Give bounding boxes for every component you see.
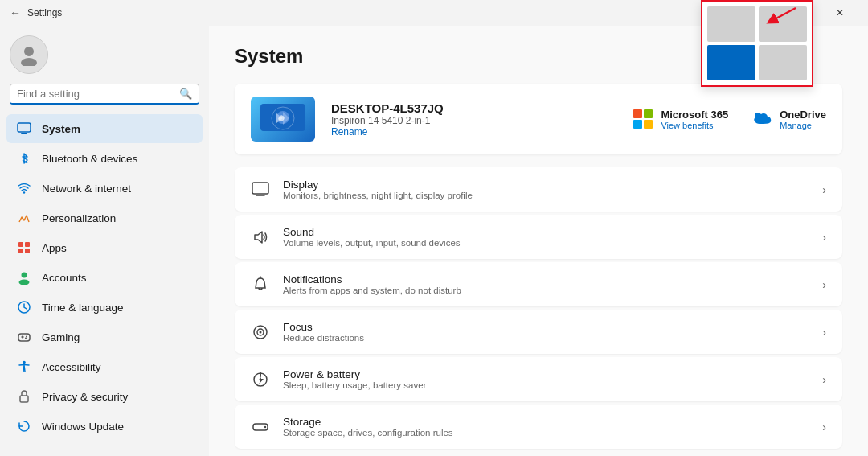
sidebar-item-accounts-label: Accounts: [42, 272, 87, 284]
notifications-chevron: ›: [822, 278, 826, 291]
sound-desc: Volume levels, output, input, sound devi…: [283, 238, 809, 248]
power-icon: [251, 370, 270, 389]
rename-link[interactable]: Rename: [331, 126, 616, 138]
close-button[interactable]: ✕: [821, 0, 858, 26]
notifications-desc: Alerts from apps and system, do not dist…: [283, 286, 809, 295]
svg-point-11: [19, 280, 30, 286]
storage-desc: Storage space, drives, configuration rul…: [283, 428, 809, 438]
titlebar-title: Settings: [27, 7, 62, 18]
microsoft365-name: Microsoft 365: [661, 109, 728, 121]
sidebar-item-gaming-label: Gaming: [42, 331, 80, 343]
sidebar-item-privacy-label: Privacy & security: [42, 391, 128, 403]
personalization-icon: [16, 210, 32, 226]
onedrive-service[interactable]: OneDrive Manage: [751, 108, 826, 130]
storage-text: Storage Storage space, drives, configura…: [283, 416, 809, 438]
sound-text: Sound Volume levels, output, input, soun…: [283, 226, 809, 248]
sidebar-item-accessibility-label: Accessibility: [42, 361, 101, 373]
bluetooth-icon: [16, 150, 32, 166]
svg-point-2: [21, 58, 37, 66]
svg-rect-6: [18, 242, 23, 247]
sidebar-item-system-label: System: [42, 123, 80, 135]
main-area: 🔍 System Bluetooth & devices: [0, 26, 868, 456]
device-services: Microsoft 365 View benefits OneDrive: [632, 108, 826, 130]
time-icon: [16, 299, 32, 315]
svg-rect-8: [18, 249, 23, 253]
sidebar-item-personalization[interactable]: Personalization: [6, 203, 203, 232]
settings-item-power[interactable]: Power & battery Sleep, battery usage, ba…: [235, 357, 842, 401]
device-model: Inspiron 14 5410 2-in-1: [331, 115, 616, 126]
focus-desc: Reduce distractions: [283, 333, 809, 343]
avatar[interactable]: [10, 35, 48, 74]
snap-cell-4[interactable]: [759, 45, 807, 80]
search-input[interactable]: [17, 88, 174, 100]
svg-point-28: [264, 425, 266, 427]
settings-item-storage[interactable]: Storage Storage space, drives, configura…: [235, 405, 842, 449]
svg-rect-3: [18, 123, 31, 132]
device-name: DESKTOP-4L537JQ: [331, 101, 616, 115]
snap-cell-2[interactable]: [759, 6, 807, 42]
sidebar-item-accounts[interactable]: Accounts: [6, 263, 203, 292]
apps-icon: [16, 240, 32, 256]
sidebar-item-system[interactable]: System: [6, 114, 203, 143]
search-icon: 🔍: [179, 88, 192, 100]
titlebar-left: ← Settings: [10, 6, 62, 19]
content-area: System DESKTOP-4L537JQ Inspiron 14 5410 …: [209, 26, 868, 456]
power-text: Power & battery Sleep, battery usage, ba…: [283, 368, 809, 390]
sidebar-item-update[interactable]: Windows Update: [6, 412, 203, 441]
sidebar-item-network-label: Network & internet: [42, 183, 131, 195]
snap-overlay[interactable]: [701, 0, 813, 87]
sidebar-nav: System Bluetooth & devices Network & int…: [3, 114, 206, 441]
onedrive-info: OneDrive Manage: [780, 109, 826, 130]
microsoft365-sub[interactable]: View benefits: [661, 121, 728, 130]
focus-icon: [251, 322, 270, 342]
sidebar-item-personalization-label: Personalization: [42, 212, 116, 224]
sound-chevron: ›: [822, 231, 826, 244]
svg-rect-13: [18, 334, 30, 341]
device-thumbnail: [251, 97, 315, 142]
display-text: Display Monitors, brightness, night ligh…: [283, 179, 809, 200]
focus-text: Focus Reduce distractions: [283, 321, 809, 343]
svg-point-14: [26, 336, 27, 338]
storage-icon: [251, 417, 270, 437]
svg-point-10: [22, 273, 27, 278]
snap-cell-1[interactable]: [707, 6, 755, 42]
sidebar-item-apps[interactable]: Apps: [6, 233, 203, 262]
display-chevron: ›: [822, 183, 826, 196]
onedrive-icon: [751, 108, 773, 130]
microsoft365-info: Microsoft 365 View benefits: [661, 109, 728, 130]
onedrive-sub[interactable]: Manage: [780, 121, 826, 130]
storage-chevron: ›: [822, 421, 826, 433]
sidebar-item-gaming[interactable]: Gaming: [6, 322, 203, 351]
sidebar-item-privacy[interactable]: Privacy & security: [6, 382, 203, 411]
onedrive-name: OneDrive: [780, 109, 826, 121]
svg-rect-9: [25, 249, 30, 253]
search-box[interactable]: 🔍: [10, 84, 199, 105]
sidebar-item-bluetooth[interactable]: Bluetooth & devices: [6, 144, 203, 173]
svg-rect-17: [20, 396, 28, 402]
display-icon: [251, 180, 270, 199]
display-desc: Monitors, brightness, night light, displ…: [283, 191, 809, 200]
sidebar-item-network[interactable]: Network & internet: [6, 174, 203, 203]
svg-point-15: [25, 338, 27, 339]
power-title: Power & battery: [283, 368, 809, 380]
svg-rect-4: [21, 133, 27, 134]
svg-rect-21: [252, 183, 268, 194]
back-button[interactable]: ←: [10, 6, 21, 19]
sidebar-item-time[interactable]: Time & language: [6, 293, 203, 322]
sound-title: Sound: [283, 226, 809, 238]
settings-item-focus[interactable]: Focus Reduce distractions ›: [235, 310, 842, 354]
settings-item-notifications[interactable]: Notifications Alerts from apps and syste…: [235, 262, 842, 306]
focus-title: Focus: [283, 321, 809, 333]
gaming-icon: [16, 329, 32, 345]
sidebar-item-update-label: Windows Update: [42, 421, 124, 433]
sidebar-item-bluetooth-label: Bluetooth & devices: [42, 153, 137, 165]
network-icon: [16, 180, 32, 196]
microsoft365-service[interactable]: Microsoft 365 View benefits: [632, 108, 728, 130]
system-icon: [16, 121, 32, 137]
sidebar-item-accessibility[interactable]: Accessibility: [6, 352, 203, 381]
storage-title: Storage: [283, 416, 809, 428]
settings-item-sound[interactable]: Sound Volume levels, output, input, soun…: [235, 215, 842, 259]
settings-item-display[interactable]: Display Monitors, brightness, night ligh…: [235, 167, 842, 212]
svg-rect-7: [25, 242, 30, 247]
snap-cell-3[interactable]: [707, 45, 755, 80]
